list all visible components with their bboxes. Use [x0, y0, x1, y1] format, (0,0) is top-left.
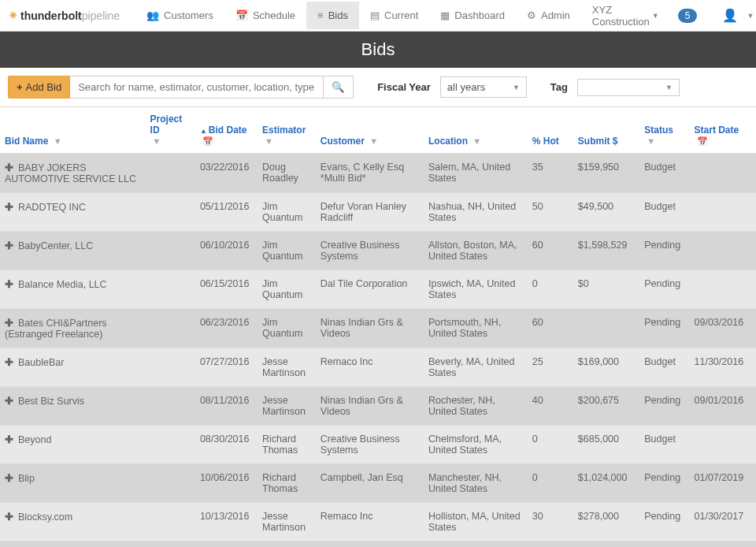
filter-icon[interactable]: ▼ [472, 136, 481, 146]
nav-label: Dashboard [454, 9, 505, 21]
cell-hot: 40 [528, 387, 573, 426]
calendar-icon[interactable]: 📅 [697, 136, 708, 146]
nav-admin[interactable]: ⚙Admin [516, 2, 581, 29]
filter-icon[interactable]: ▼ [265, 136, 273, 146]
expand-icon[interactable]: ✚ [5, 279, 13, 290]
nav-dashboard[interactable]: ▦Dashboard [429, 2, 516, 29]
cell-cust: Ninas Indian Grs & Videos [316, 309, 424, 348]
expand-icon[interactable]: ✚ [5, 240, 13, 251]
cell-est: Doug Roadley [258, 154, 316, 193]
table-row[interactable]: ✚Balance Media, LLC06/15/2016Jim Quantum… [0, 270, 756, 309]
table-row[interactable]: ✚Best Biz Survis08/11/2016Jesse Martinso… [0, 387, 756, 426]
col-project-id[interactable]: Project ID▼ [146, 107, 195, 154]
table-row[interactable]: ✚Beyond08/30/2016Richard ThomasCreative … [0, 426, 756, 464]
col-submit[interactable]: Submit $ [573, 107, 639, 154]
expand-icon[interactable]: ✚ [5, 434, 13, 445]
cell-start [690, 154, 756, 193]
cell-sub: $1,598,529 [573, 232, 639, 270]
col-location[interactable]: Location ▼ [424, 107, 528, 154]
filter-icon[interactable]: ▼ [369, 136, 378, 146]
cell-sub: $1,024,000 [573, 464, 639, 503]
cell-loc: Rochester, NH, United States [424, 387, 528, 426]
brand-name-1: thunderbolt [20, 9, 82, 22]
bids-table: Bid Name ▼ Project ID▼ ▲Bid Date📅 Estima… [0, 106, 756, 547]
table-row[interactable]: ✚Blue Label Labs10/19/2016Jesse Martinso… [0, 541, 756, 548]
cell-hot: 0 [528, 464, 573, 503]
search-input[interactable] [70, 76, 324, 99]
cell-date: 10/13/2016 [195, 503, 258, 541]
cell-status: Budget [639, 348, 689, 387]
col-bid-date[interactable]: ▲Bid Date📅 [195, 107, 258, 154]
expand-icon[interactable]: ✚ [5, 357, 13, 368]
expand-icon[interactable]: ✚ [5, 318, 13, 329]
nav-bids[interactable]: ≡Bids [306, 2, 359, 29]
table-row[interactable]: ✚Bates CHI&Partners (Estranged Freelance… [0, 309, 756, 348]
col-customer[interactable]: Customer ▼ [316, 107, 424, 154]
notification-badge[interactable]: 5 [678, 9, 698, 23]
list-alt-icon: ▤ [370, 9, 380, 21]
brand-logo[interactable]: ✷ thunderbolt pipeline [8, 8, 120, 23]
table-row[interactable]: ✚BabyCenter, LLC06/10/2016Jim QuantumCre… [0, 232, 756, 270]
cell-cust: Remaco Inc [316, 348, 424, 387]
cell-cust: Evans, C Kelly Esq *Multi Bid* [316, 154, 424, 193]
table-row[interactable]: ✚BaubleBar07/27/2016Jesse MartinsonRemac… [0, 348, 756, 387]
table-row[interactable]: ✚Blip10/06/2016Richard ThomasCampbell, J… [0, 464, 756, 503]
filter-icon[interactable]: ▼ [647, 136, 655, 146]
cell-est: Jesse Martinson [258, 541, 316, 548]
cell-pid [146, 309, 195, 348]
col-status[interactable]: Status ▼ [639, 107, 689, 154]
expand-icon[interactable]: ✚ [5, 162, 13, 173]
col-hot[interactable]: % Hot [528, 107, 573, 154]
cell-pid [146, 348, 195, 387]
cell-hot: 30 [528, 503, 573, 541]
col-bid-name[interactable]: Bid Name ▼ [0, 107, 146, 154]
nav-current[interactable]: ▤Current [359, 2, 429, 29]
cell-cust: Campbell, Jan Esq [316, 464, 424, 503]
calendar-icon[interactable]: 📅 [202, 136, 213, 146]
expand-icon[interactable]: ✚ [5, 512, 13, 523]
search-button[interactable]: 🔍 [324, 76, 354, 99]
nav-customers[interactable]: 👥Customers [135, 2, 224, 29]
search-icon: 🔍 [332, 81, 345, 93]
nav-company-dropdown[interactable]: XYZ Construction▼ [581, 0, 670, 35]
nav-label: Schedule [253, 9, 295, 21]
cell-status: Pending [639, 232, 689, 270]
cell-loc: Manchester, NH, United States [424, 464, 528, 503]
filter-icon[interactable]: ▼ [153, 136, 161, 146]
cell-name: Balance Media, LLC [18, 279, 107, 290]
fiscal-year-select[interactable]: all years▼ [440, 76, 527, 98]
cell-start: 01/30/2017 [690, 503, 756, 541]
cell-date: 06/23/2016 [195, 309, 258, 348]
table-row[interactable]: ✚BABY JOKERS AUTOMOTIVE SERVICE LLC03/22… [0, 154, 756, 193]
table-row[interactable]: ✚RADDTEQ INC05/11/2016Jim QuantumDefur V… [0, 193, 756, 232]
cell-pid [146, 232, 195, 270]
cell-status: Budget [639, 154, 689, 193]
cell-name: Best Biz Survis [18, 396, 84, 407]
cell-status: Pending [639, 464, 689, 503]
add-bid-button[interactable]: +Add Bid [8, 76, 70, 99]
col-estimator[interactable]: Estimator▼ [258, 107, 316, 154]
cell-start: 01/07/2019 [690, 464, 756, 503]
cell-sub [573, 309, 639, 348]
cell-est: Jim Quantum [258, 270, 316, 309]
user-icon: 👤 [722, 8, 738, 23]
page-title: Bids [0, 32, 756, 68]
filter-icon[interactable]: ▼ [54, 136, 62, 146]
cell-hot: 50 [528, 541, 573, 548]
col-start-date[interactable]: Start Date📅 [690, 107, 756, 154]
cell-est: Jesse Martinson [258, 348, 316, 387]
tag-select[interactable]: ▼ [577, 79, 680, 96]
nav-schedule[interactable]: 📅Schedule [224, 2, 306, 29]
expand-icon[interactable]: ✚ [5, 473, 13, 484]
expand-icon[interactable]: ✚ [5, 396, 13, 407]
cell-status: Pending [639, 503, 689, 541]
cell-loc: Allston, Boston, MA, United States [424, 232, 528, 270]
table-row[interactable]: ✚Blocksy.com10/13/2016Jesse MartinsonRem… [0, 503, 756, 541]
cell-start [690, 232, 756, 270]
expand-icon[interactable]: ✚ [5, 202, 13, 213]
cell-pid [146, 503, 195, 541]
fiscal-year-label: Fiscal Year [377, 81, 431, 93]
cell-pid [146, 270, 195, 309]
cell-loc: Ipswich, MA, United States [424, 270, 528, 309]
nav-user-menu[interactable]: 👤▼ [705, 0, 756, 31]
